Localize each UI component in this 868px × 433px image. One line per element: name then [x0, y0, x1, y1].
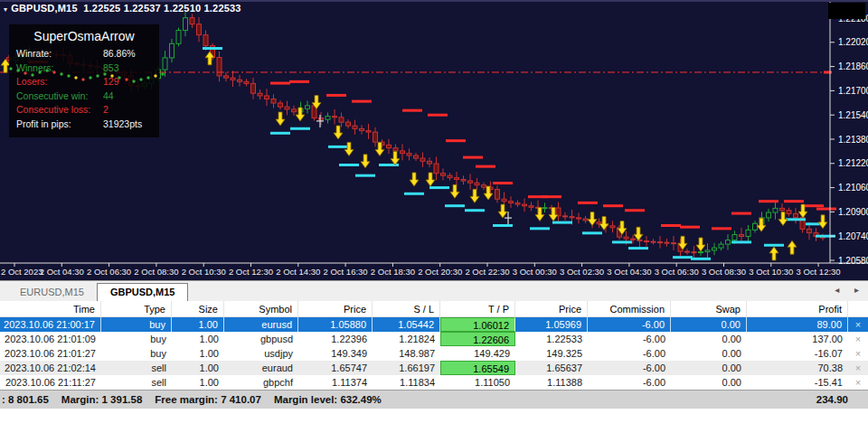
cell-symbol: gbpchf	[224, 375, 298, 390]
time-axis-label: 2 Oct 16:30	[324, 267, 368, 277]
cell-time: 2023.10.06 21:01:09	[0, 332, 101, 346]
trade-row[interactable]: 2023.10.06 21:01:09buy1.00gbpusd1.223961…	[0, 332, 868, 346]
indicator-stat-row: Consecutive win:44	[9, 89, 159, 104]
close-trade-icon[interactable]: ×	[848, 317, 868, 332]
cell-symbol: eurusd	[224, 317, 298, 332]
cell-type: sell	[101, 361, 172, 375]
indicator-stat-value: 2	[103, 103, 159, 118]
indicator-stat-row: Losers:129	[9, 75, 159, 89]
cell-sl: 1.21824	[373, 332, 440, 346]
indicator-stat-label: Winrate:	[16, 47, 103, 61]
indicator-stat-row: Profit in pips:31923pts	[9, 118, 159, 132]
column-header[interactable]	[848, 301, 868, 317]
time-axis-label: 3 Oct 04:30	[607, 267, 651, 277]
chart-dropdown-icon[interactable]: ▾	[4, 5, 7, 14]
tabs-scroll-left-icon[interactable]: ◂	[835, 285, 839, 295]
column-header[interactable]: Swap	[671, 301, 747, 317]
trade-row[interactable]: 2023.10.06 21:01:27buy1.00usdjpy149.3491…	[0, 346, 868, 361]
cell-size: 1.00	[172, 332, 224, 346]
time-axis-label: 2 Oct 14:30	[276, 267, 320, 277]
price-axis-label: 1.21220	[838, 158, 868, 168]
cell-price2: 149.325	[515, 346, 588, 361]
cell-symbol: usdjpy	[224, 346, 298, 361]
cell-time: 2023.10.06 21:01:27	[0, 346, 101, 361]
cell-price2: 1.05969	[515, 317, 588, 332]
cell-symbol: gbpusd	[224, 332, 298, 346]
cell-sl: 1.66197	[373, 361, 440, 375]
column-header[interactable]: Commission	[588, 301, 671, 317]
cell-size: 1.00	[172, 361, 224, 375]
account-status-bar: : 8 801.65Margin: 1 391.58Free margin: 7…	[0, 390, 868, 409]
chart-tab-eurusd[interactable]: EURUSD,M15	[7, 284, 97, 300]
price-axis-label: 1.20900	[838, 207, 868, 217]
column-header[interactable]: Size	[172, 301, 224, 317]
time-axis-label: 2 Oct 18:30	[371, 267, 415, 277]
column-header[interactable]: Profit	[747, 301, 848, 317]
close-trade-icon[interactable]: ×	[848, 332, 868, 346]
trade-row[interactable]: 2023.10.06 21:00:17buy1.00eurusd1.058801…	[0, 317, 868, 332]
cell-size: 1.00	[172, 317, 224, 332]
close-trade-icon[interactable]: ×	[848, 346, 868, 361]
status-segment: Margin: 1 391.58	[61, 394, 142, 405]
cell-type: buy	[101, 346, 172, 361]
column-header[interactable]: Type	[101, 301, 172, 317]
close-trade-icon[interactable]: ×	[848, 361, 868, 375]
column-header[interactable]: Symbol	[224, 301, 298, 317]
price-axis-label: 1.21700	[838, 86, 868, 96]
price-axis-label: 1.21380	[838, 135, 868, 145]
tab-scroll-controls: ◂ ▸	[822, 285, 859, 295]
cell-commission: -6.00	[588, 361, 671, 375]
status-segment: Margin level: 632.49%	[274, 394, 382, 405]
cell-price: 1.65747	[298, 361, 373, 375]
cell-tp: 149.429	[440, 346, 515, 361]
trade-row[interactable]: 2023.10.06 21:11:27sell1.00gbpchf1.11374…	[0, 375, 868, 390]
indicator-stat-value: 31923pts	[103, 118, 159, 132]
price-axis-label: 1.21540	[838, 110, 868, 120]
close-trade-icon[interactable]: ×	[848, 375, 868, 390]
column-header[interactable]: Price	[298, 301, 373, 317]
price-axis-label: 1.21860	[838, 61, 868, 71]
cell-time: 2023.10.06 21:00:17	[0, 317, 101, 332]
cell-type: buy	[101, 332, 172, 346]
indicator-title: SuperOsmaArrow	[9, 26, 159, 47]
open-trades-table: TimeTypeSizeSymbolPriceS / LT / PPriceCo…	[0, 301, 868, 390]
cell-symbol: euraud	[224, 361, 298, 375]
table-header-row: TimeTypeSizeSymbolPriceS / LT / PPriceCo…	[0, 301, 868, 317]
column-header[interactable]: Time	[0, 301, 101, 317]
time-axis-label: 3 Oct 00:30	[513, 267, 557, 277]
cell-tp: 1.06012	[440, 317, 515, 332]
indicator-stat-label: Consecutive win:	[16, 89, 103, 104]
indicator-info-panel: SuperOsmaArrow Winrate:86.86%Winners:853…	[9, 24, 159, 137]
price-axis-label: 1.20580	[838, 256, 868, 266]
trade-row[interactable]: 2023.10.06 21:02:14sell1.00euraud1.65747…	[0, 361, 868, 375]
cell-tp: 1.65549	[440, 361, 515, 375]
chart-ohlc-values: 1.22525 1.22537 1.22510 1.22533	[83, 3, 241, 14]
price-axis-label: 1.20740	[838, 231, 868, 241]
cell-swap: 0.00	[671, 317, 747, 332]
cell-sl: 1.11834	[373, 375, 440, 390]
cell-swap: 0.00	[671, 375, 747, 390]
cell-type: buy	[101, 317, 172, 332]
time-axis-label: 2 Oct 10:30	[182, 267, 226, 277]
chart-tab-gbpusd[interactable]: GBPUSD,M15	[97, 283, 189, 301]
cell-profit: 89.00	[747, 317, 848, 332]
cell-price: 1.11374	[298, 375, 373, 390]
cell-swap: 0.00	[671, 346, 747, 361]
cell-profit: -16.07	[747, 346, 848, 361]
cell-price2: 1.22533	[515, 332, 588, 346]
cell-price2: 1.65637	[515, 361, 588, 375]
cell-tp: 1.22606	[440, 332, 515, 346]
column-header[interactable]: Price	[515, 301, 588, 317]
blackout-box	[828, 3, 865, 19]
time-axis-label: 2 Oct 2023	[1, 267, 42, 277]
column-header[interactable]: T / P	[440, 301, 515, 317]
indicator-stat-value: 86.86%	[103, 47, 159, 61]
cell-sl: 148.987	[373, 346, 440, 361]
cell-commission: -6.00	[588, 317, 671, 332]
time-axis-label: 2 Oct 22:30	[465, 267, 509, 277]
column-header[interactable]: S / L	[373, 301, 440, 317]
cell-price: 1.22396	[298, 332, 373, 346]
indicator-stat-value: 44	[103, 89, 159, 104]
chart-window: 1.221801.220201.218601.217001.215401.213…	[0, 0, 868, 280]
tabs-scroll-right-icon[interactable]: ▸	[854, 285, 859, 295]
